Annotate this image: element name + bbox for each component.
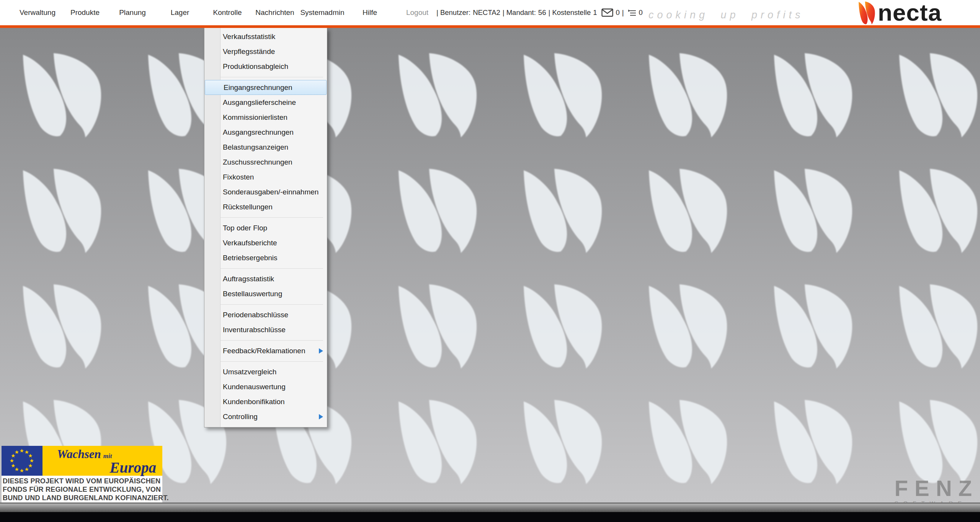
dropdown-item-r-ckstellungen[interactable]: Rückstellungen — [204, 199, 327, 214]
mandant-value: 56 — [538, 8, 546, 17]
fenz-watermark: FENZ SOFTWARE — [895, 478, 978, 506]
dropdown-item-betriebsergebnis[interactable]: Betriebsergebnis — [204, 250, 327, 265]
dropdown-item-label: Auftragsstatistik — [223, 275, 274, 283]
dropdown-item-produktionsabgleich[interactable]: Produktionsabgleich — [204, 59, 327, 74]
dropdown-separator — [204, 337, 327, 343]
dropdown-separator — [204, 74, 327, 80]
dropdown-item-label: Rückstellungen — [223, 203, 273, 211]
dropdown-item-label: Verkaufsstatistik — [223, 33, 275, 41]
benutzer-label: | Benutzer: — [436, 8, 470, 17]
menubar-item-planung[interactable]: Planung — [109, 8, 156, 17]
eu-funding-line: DIESES PROJEKT WIRD VOM EUROPÄISCHEN — [3, 477, 162, 485]
dropdown-item-periodenabschl-sse[interactable]: Periodenabschlüsse — [204, 307, 327, 322]
triangle-right-icon — [319, 414, 323, 419]
triangle-right-icon — [319, 348, 323, 354]
bottom-gradient-bar — [0, 504, 980, 512]
dropdown-item-kundenbonifikation[interactable]: Kundenbonifikation — [204, 394, 327, 409]
dropdown-item-label: Betriebsergebnis — [223, 254, 278, 262]
dropdown-item-top-oder-flop[interactable]: Top oder Flop — [204, 220, 327, 235]
dropdown-item-fixkosten[interactable]: Fixkosten — [204, 170, 327, 184]
dropdown-item-label: Top oder Flop — [223, 224, 267, 232]
eu-title-europa: Europa — [110, 459, 156, 476]
menubar-item-systemadmin[interactable]: Systemadmin — [299, 8, 346, 17]
dropdown-item-bestellauswertung[interactable]: Bestellauswertung — [204, 286, 327, 301]
menubar-item-lager[interactable]: Lager — [156, 8, 204, 17]
dropdown-item-umsatzvergleich[interactable]: Umsatzvergleich — [204, 364, 327, 379]
dropdown-item-label: Eingangsrechnungen — [224, 83, 292, 92]
dropdown-item-controlling[interactable]: Controlling — [204, 409, 327, 424]
dropdown-item-verkaufsberichte[interactable]: Verkaufsberichte — [204, 235, 327, 250]
dropdown-item-verkaufsstatistik[interactable]: Verkaufsstatistik — [204, 29, 327, 44]
dropdown-item-label: Verpflegsstände — [223, 47, 275, 56]
leaf-pattern — [0, 28, 980, 502]
dropdown-item-kommissionierlisten[interactable]: Kommissionierlisten — [204, 110, 327, 125]
eu-funding-line: FONDS FÜR REGIONALE ENTWICKLUNG, VON — [3, 485, 162, 494]
dropdown-item-label: Ausgangslieferscheine — [223, 98, 296, 107]
dropdown-item-label: Umsatzvergleich — [223, 368, 276, 376]
dropdown-item-label: Kundenbonifikation — [223, 398, 285, 406]
dropdown-separator — [204, 265, 327, 271]
menubar-item-hilfe[interactable]: Hilfe — [346, 8, 394, 17]
menubar-item-kontrolle[interactable]: Kontrolle — [204, 8, 251, 17]
eu-funding-line: BUND UND LAND BURGENLAND KOFINANZIERT. — [3, 494, 162, 502]
eu-stars-icon — [2, 446, 42, 476]
task-list-icon[interactable] — [627, 8, 637, 17]
dropdown-item-label: Ausgangsrechnungen — [223, 128, 294, 137]
accent-divider — [0, 25, 980, 28]
eu-funding-logo: Wachsenmit Europa DIESES PROJEKT WIRD VO… — [2, 446, 162, 504]
dropdown-item-label: Periodenabschlüsse — [223, 311, 288, 319]
dropdown-item-eingangsrechnungen[interactable]: Eingangsrechnungen — [205, 80, 327, 95]
menubar-item-verwaltung[interactable]: Verwaltung — [14, 8, 61, 17]
dropdown-item-label: Bestellauswertung — [223, 290, 282, 298]
flame-icon — [859, 2, 875, 26]
dropdown-item-label: Kundenauswertung — [223, 383, 286, 391]
dropdown-item-label: Produktionsabgleich — [223, 62, 288, 71]
dropdown-item-ausgangslieferscheine[interactable]: Ausgangslieferscheine — [204, 95, 327, 110]
dropdown-item-sonderausgaben-einnahmen[interactable]: Sonderausgaben/-einnahmen — [204, 184, 327, 199]
menubar-item-nachrichten[interactable]: Nachrichten — [251, 8, 299, 17]
dropdown-item-zuschussrechnungen[interactable]: Zuschussrechnungen — [204, 155, 327, 170]
dropdown-separator — [204, 301, 327, 307]
dropdown-item-label: Sonderausgaben/-einnahmen — [223, 188, 318, 196]
dropdown-item-kundenauswertung[interactable]: Kundenauswertung — [204, 379, 327, 394]
dropdown-item-feedback-reklamationen[interactable]: Feedback/Reklamationen — [204, 343, 327, 358]
dropdown-item-label: Inventurabschlüsse — [223, 326, 286, 334]
brand-tagline: cooking up profits — [648, 9, 804, 21]
user-info: | Benutzer: NECTA2 | Mandant: 56 | Koste… — [436, 0, 643, 25]
kostenstelle-value: 1 — [593, 8, 597, 17]
top-menu-bar: VerwaltungProduktePlanungLagerKontrolleN… — [0, 0, 980, 25]
dropdown-item-label: Controlling — [223, 413, 258, 421]
dropdown-item-inventurabschl-sse[interactable]: Inventurabschlüsse — [204, 322, 327, 337]
necta-logo: necta — [859, 2, 942, 26]
eu-title-wachsen: Wachsen — [57, 447, 101, 461]
dropdown-separator — [204, 214, 327, 220]
dropdown-item-label: Verkaufsberichte — [223, 239, 277, 247]
menubar: VerwaltungProduktePlanungLagerKontrolleN… — [14, 0, 441, 25]
dropdown-item-label: Fixkosten — [223, 173, 254, 181]
mail-count: 0 — [616, 8, 619, 17]
dropdown-item-label: Belastungsanzeigen — [223, 143, 288, 152]
fenz-title: FENZ — [895, 478, 978, 499]
dropdown-item-label: Kommissionierlisten — [223, 113, 287, 122]
eu-funding-text: DIESES PROJEKT WIRD VOM EUROPÄISCHENFOND… — [2, 476, 162, 504]
dropdown-item-belastungsanzeigen[interactable]: Belastungsanzeigen — [204, 140, 327, 155]
kostenstelle-label: | Kostenstelle — [548, 8, 591, 17]
kontrolle-dropdown-menu: VerkaufsstatistikVerpflegsständeProdukti… — [204, 28, 327, 427]
dropdown-item-ausgangsrechnungen[interactable]: Ausgangsrechnungen — [204, 125, 327, 140]
benutzer-value: NECTA2 — [473, 8, 500, 17]
brand-wordmark: necta — [878, 2, 942, 24]
eu-banner: Wachsenmit Europa — [2, 446, 162, 476]
dropdown-item-auftragsstatistik[interactable]: Auftragsstatistik — [204, 271, 327, 286]
menubar-item-produkte[interactable]: Produkte — [61, 8, 109, 17]
mandant-label: | Mandant: — [503, 8, 536, 17]
necta-app: VerwaltungProduktePlanungLagerKontrolleN… — [0, 0, 980, 522]
envelope-icon[interactable] — [601, 8, 613, 17]
eu-banner-title: Wachsenmit Europa — [42, 446, 162, 476]
dropdown-item-label: Zuschussrechnungen — [223, 158, 292, 166]
dropdown-item-verpflegsst-nde[interactable]: Verpflegsstände — [204, 44, 327, 59]
logout-link[interactable]: Logout — [394, 8, 441, 17]
dropdown-separator — [204, 358, 327, 364]
userinfo-separator: | — [622, 8, 624, 17]
dropdown-item-label: Feedback/Reklamationen — [223, 347, 305, 355]
content-background: VerkaufsstatistikVerpflegsständeProdukti… — [0, 28, 980, 502]
